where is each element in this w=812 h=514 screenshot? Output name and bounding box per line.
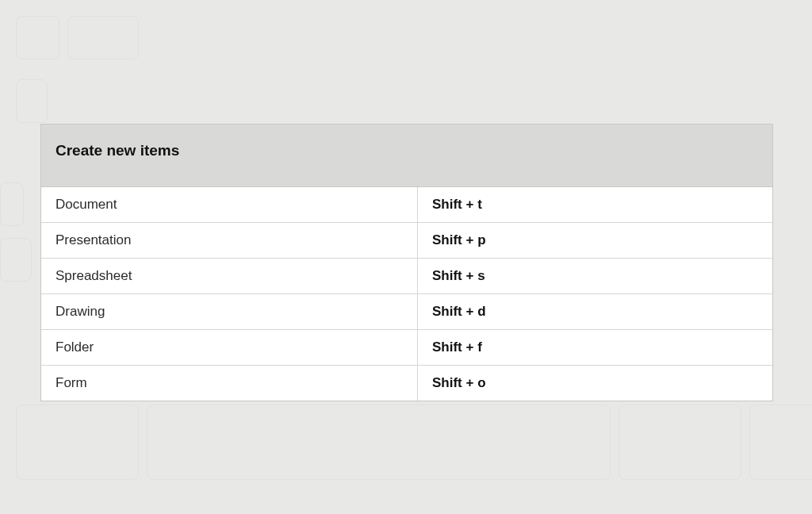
table-row: Drawing Shift + d — [41, 294, 772, 330]
action-name: Drawing — [41, 294, 418, 329]
shortcut-keys: Shift + p — [418, 223, 772, 258]
shortcut-keys: Shift + f — [418, 330, 772, 365]
action-name: Document — [41, 187, 418, 222]
action-name: Form — [41, 366, 418, 401]
table-header: Create new items — [41, 125, 772, 187]
action-name: Folder — [41, 330, 418, 365]
table-row: Presentation Shift + p — [41, 223, 772, 259]
shortcut-keys: Shift + o — [418, 366, 772, 401]
table-row: Form Shift + o — [41, 366, 772, 401]
shortcut-keys: Shift + t — [418, 187, 772, 222]
shortcut-keys: Shift + d — [418, 294, 772, 329]
action-name: Spreadsheet — [41, 259, 418, 293]
table-row: Spreadsheet Shift + s — [41, 259, 772, 294]
table-row: Folder Shift + f — [41, 330, 772, 366]
shortcut-keys: Shift + s — [418, 259, 772, 293]
shortcuts-table: Create new items Document Shift + t Pres… — [40, 124, 773, 401]
table-row: Document Shift + t — [41, 187, 772, 223]
action-name: Presentation — [41, 223, 418, 258]
